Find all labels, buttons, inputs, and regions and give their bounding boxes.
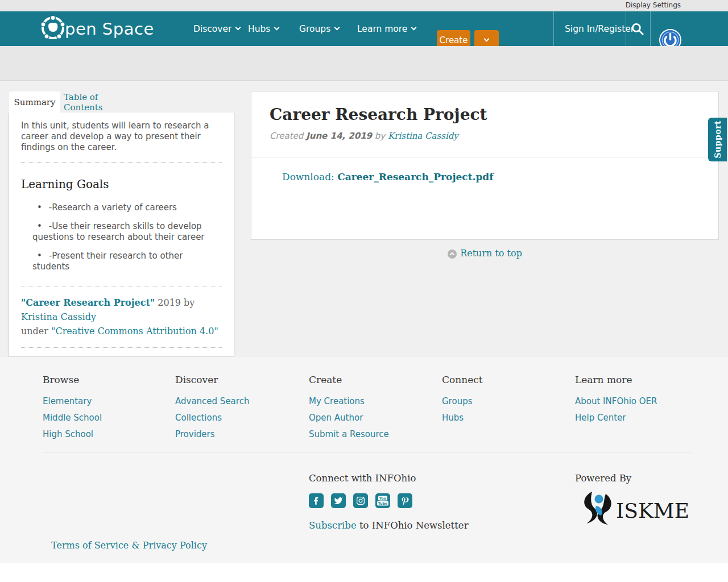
footer-link-about-infohio-oer[interactable]: About INFOhio OER bbox=[575, 393, 700, 410]
footer-column-discover: Discover Advanced Search Collections Pro… bbox=[175, 374, 300, 443]
top-strip: Display Settings bbox=[0, 0, 728, 11]
footer-link-providers[interactable]: Providers bbox=[175, 426, 300, 443]
footer-column-title: Create bbox=[309, 374, 434, 385]
created-date: June 14, 2019 bbox=[306, 131, 372, 141]
powered-by-label: Powered By bbox=[575, 473, 694, 484]
footer-link-help-center[interactable]: Help Center bbox=[575, 410, 700, 426]
summary-panel: In this unit, students will learn to res… bbox=[9, 113, 234, 357]
pdf-download-link[interactable]: Career_Research_Project.pdf bbox=[337, 171, 493, 182]
footer-column-browse: Browse Elementary Middle School High Sch… bbox=[43, 374, 168, 443]
terms-privacy-link[interactable]: Terms of Service & Privacy Policy bbox=[51, 540, 207, 551]
divider bbox=[251, 157, 718, 157]
footer-link-hubs[interactable]: Hubs bbox=[442, 410, 567, 426]
nav-learn-more[interactable]: Learn more bbox=[357, 11, 416, 46]
created-line: Created June 14, 2019 by Kristina Cassid… bbox=[270, 131, 718, 141]
license-under: under bbox=[21, 326, 48, 336]
logo-text: pen Space bbox=[65, 19, 154, 39]
license-meta: 2019 by bbox=[158, 297, 195, 308]
footer-link-groups[interactable]: Groups bbox=[442, 393, 567, 410]
bullet-icon: • bbox=[37, 251, 42, 261]
footer-link-collections[interactable]: Collections bbox=[175, 410, 300, 426]
author-link[interactable]: Kristina Cassidy bbox=[21, 311, 96, 322]
learning-goal-item: •-Present their research to other studen… bbox=[21, 251, 222, 272]
author-link[interactable]: Kristina Cassidy bbox=[388, 131, 458, 141]
learning-goal-text: -Use their research skills to develop qu… bbox=[32, 221, 205, 242]
return-to-top-label: Return to top bbox=[460, 248, 522, 259]
twitter-icon[interactable] bbox=[331, 493, 346, 508]
header-divider bbox=[553, 11, 554, 46]
tab-table-of-contents[interactable]: Table of Contents bbox=[64, 92, 136, 113]
facebook-icon[interactable] bbox=[309, 493, 324, 508]
svg-text:ISKME: ISKME bbox=[616, 499, 689, 522]
sign-in-register-link[interactable]: Sign In/Register bbox=[565, 11, 634, 46]
subscribe-link[interactable]: Subscribe bbox=[309, 520, 357, 531]
support-label: Support bbox=[713, 120, 722, 159]
connect-title: Connect with INFOhio bbox=[309, 473, 469, 484]
instagram-icon[interactable] bbox=[353, 493, 368, 508]
resource-card: Career Research Project Created June 14,… bbox=[251, 91, 719, 240]
social-icons: You Tube bbox=[309, 493, 469, 508]
chevron-down-icon bbox=[334, 25, 340, 31]
learning-goals-list: •-Research a variety of careers •-Use th… bbox=[21, 202, 222, 272]
nav-discover-label: Discover bbox=[193, 24, 231, 34]
footer-column-create: Create My Creations Open Author Submit a… bbox=[309, 374, 434, 443]
pinterest-icon[interactable] bbox=[398, 493, 412, 508]
learning-goals-title: Learning Goals bbox=[21, 177, 222, 191]
connect-with-infohio: Connect with INFOhio bbox=[309, 473, 469, 531]
display-settings-link[interactable]: Display Settings bbox=[626, 1, 681, 9]
nav-hubs-label: Hubs bbox=[248, 24, 270, 34]
divider bbox=[21, 286, 222, 286]
page-bottom bbox=[0, 563, 728, 582]
tab-summary[interactable]: Summary bbox=[9, 92, 60, 113]
chevron-down-icon bbox=[411, 25, 417, 31]
chevron-down-icon bbox=[235, 25, 241, 31]
footer-column-learn-more: Learn more About INFOhio OER Help Center bbox=[575, 374, 700, 426]
license-attribution: "Career Research Project" 2019 by Kristi… bbox=[21, 296, 222, 338]
powered-by-block: Powered By ISKME bbox=[575, 473, 694, 528]
header-divider bbox=[650, 11, 651, 46]
download-line: Download: Career_Research_Project.pdf bbox=[282, 171, 494, 182]
learning-goal-item: •-Research a variety of careers bbox=[21, 202, 222, 213]
nav-groups[interactable]: Groups bbox=[299, 11, 339, 46]
footer-link-advanced-search[interactable]: Advanced Search bbox=[175, 393, 300, 410]
content-area: Summary Table of Contents In this unit, … bbox=[0, 81, 728, 357]
footer-column-title: Discover bbox=[175, 374, 300, 385]
nav-discover[interactable]: Discover bbox=[193, 11, 240, 46]
bullet-icon: • bbox=[37, 221, 42, 231]
support-button[interactable]: Support bbox=[708, 118, 727, 161]
header-divider bbox=[626, 11, 626, 46]
footer-column-title: Connect bbox=[442, 374, 567, 385]
footer-link-submit-resource[interactable]: Submit a Resource bbox=[309, 426, 434, 443]
download-label: Download: bbox=[282, 171, 334, 182]
chevron-up-icon bbox=[448, 250, 457, 259]
nav-hubs[interactable]: Hubs bbox=[248, 11, 279, 46]
chevron-down-icon bbox=[484, 36, 490, 42]
chevron-down-icon bbox=[274, 25, 280, 31]
nav-learn-more-label: Learn more bbox=[357, 24, 407, 34]
newsletter-text: to INFOhio Newsletter bbox=[357, 520, 469, 531]
svg-text:You: You bbox=[379, 496, 387, 500]
footer-column-connect: Connect Groups Hubs bbox=[442, 374, 567, 426]
created-label: Created bbox=[270, 131, 303, 141]
search-icon[interactable] bbox=[630, 22, 646, 36]
learning-goal-item: •-Use their research skills to develop q… bbox=[21, 221, 222, 243]
iskme-logo[interactable]: ISKME bbox=[575, 490, 694, 528]
learning-goal-text: -Present their research to other student… bbox=[32, 251, 183, 272]
learning-goal-text: -Research a variety of careers bbox=[49, 202, 177, 213]
footer-link-open-author[interactable]: Open Author bbox=[309, 410, 434, 426]
creative-commons-link[interactable]: "Creative Commons Attribution 4.0" bbox=[51, 326, 218, 336]
resource-title-link[interactable]: "Career Research Project" bbox=[21, 297, 155, 308]
summary-text: In this unit, students will learn to res… bbox=[21, 120, 222, 153]
footer-link-my-creations[interactable]: My Creations bbox=[309, 393, 434, 410]
footer-column-title: Browse bbox=[43, 374, 168, 385]
youtube-icon[interactable]: You Tube bbox=[375, 493, 390, 508]
divider bbox=[21, 162, 222, 163]
return-to-top-link[interactable]: Return to top bbox=[251, 248, 719, 259]
open-space-logo[interactable]: pen Space bbox=[40, 16, 154, 41]
nav-groups-label: Groups bbox=[299, 24, 330, 34]
footer-divider bbox=[43, 452, 691, 452]
divider bbox=[21, 347, 222, 348]
footer-link-middle-school[interactable]: Middle School bbox=[43, 410, 168, 426]
footer-link-elementary[interactable]: Elementary bbox=[43, 393, 168, 410]
footer-link-high-school[interactable]: High School bbox=[43, 426, 168, 443]
